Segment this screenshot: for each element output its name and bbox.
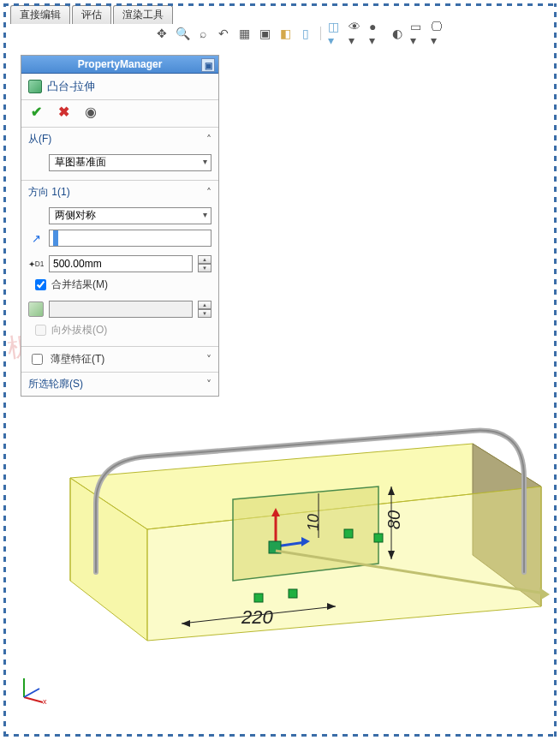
pin-icon[interactable]: ▣ — [201, 58, 215, 72]
from-title: 从(F) — [28, 132, 51, 146]
draft-outward-checkbox: 向外拔模(O) — [28, 323, 211, 337]
depth-icon: ✦D1 — [28, 256, 44, 272]
toolbar-separator — [320, 27, 321, 40]
section-icon[interactable]: ▦ — [236, 26, 252, 41]
dim-10: 10 — [305, 514, 322, 531]
view-cube-icon[interactable]: ◫ ▾ — [328, 26, 343, 41]
scene-icon[interactable]: ◧ — [277, 26, 293, 41]
from-select[interactable]: 草图基准面 — [49, 154, 211, 171]
extrude-icon — [28, 80, 42, 93]
draft-outward-input — [35, 325, 46, 336]
spin-down-icon: ▼ — [198, 264, 211, 272]
spin-down-icon: ▼ — [198, 309, 211, 318]
dir1-header[interactable]: 方向 1(1) ˄ — [21, 181, 218, 204]
depth-value: 500.00mm — [53, 258, 102, 270]
thin-feature-checkbox[interactable] — [32, 354, 43, 365]
view-settings-icon[interactable]: 🖵 ▾ — [431, 26, 446, 41]
appearance-icon[interactable]: ● ▾ — [369, 26, 384, 41]
dim-220: 220 — [241, 606, 273, 628]
reverse-direction-icon[interactable]: ↗ — [28, 230, 44, 246]
direction-vector-input[interactable] — [49, 230, 211, 247]
pm-section-from: 从(F) ˄ 草图基准面 — [21, 128, 218, 181]
chevron-down-icon: ˅ — [206, 354, 211, 366]
svg-line-25 — [24, 697, 43, 702]
pm-header: PropertyManager ▣ — [21, 56, 218, 74]
contours-header[interactable]: 所选轮廓(S) ˅ — [21, 373, 218, 396]
svg-marker-5 — [233, 486, 378, 581]
thin-title: 薄壁特征(T) — [51, 352, 104, 367]
spin-up-icon: ▲ — [198, 255, 211, 264]
depth-input[interactable]: 500.00mm — [49, 255, 193, 272]
svg-line-26 — [24, 689, 39, 697]
tab-render-tools[interactable]: 渲染工具 — [113, 5, 173, 24]
draft-angle-input[interactable] — [49, 301, 193, 318]
pm-section-thin: 薄壁特征(T) ˅ — [21, 347, 218, 373]
depth-spinner[interactable]: ▲ ▼ — [198, 255, 211, 272]
svg-rect-20 — [254, 594, 263, 602]
svg-marker-23 — [539, 588, 550, 600]
draft-outward-label: 向外拔模(O) — [51, 323, 107, 337]
svg-rect-19 — [374, 534, 383, 542]
draft-icon[interactable] — [28, 301, 44, 317]
merge-result-checkbox[interactable]: 合并结果(M) — [28, 278, 211, 292]
svg-rect-21 — [289, 589, 297, 598]
svg-rect-18 — [344, 529, 353, 538]
pm-actions: ✔ ✖ ◉ — [21, 100, 218, 128]
edit-appearance-icon[interactable]: ◐ — [390, 26, 405, 41]
prev-view-icon[interactable]: ↶ — [216, 26, 231, 41]
tab-evaluate[interactable]: 评估 — [72, 5, 111, 24]
cancel-button[interactable]: ✖ — [56, 104, 71, 120]
svg-text:x: x — [43, 697, 47, 704]
ribbon-tabs: 直接编辑 评估 渲染工具 — [10, 5, 173, 24]
view-triad: x — [17, 670, 51, 704]
dir1-title: 方向 1(1) — [28, 185, 70, 200]
chevron-up-icon: ˄ — [206, 187, 211, 199]
display-style-icon[interactable]: ▣ — [257, 26, 272, 41]
contours-title: 所选轮廓(S) — [28, 377, 83, 391]
preview-icon[interactable]: ◉ — [83, 104, 98, 120]
orient-icon[interactable]: ✥ — [154, 26, 170, 41]
end-condition-select[interactable]: 两侧对称 — [49, 207, 211, 224]
view-toolbar: ✥ 🔍 ⌕ ↶ ▦ ▣ ◧ ▯ ◫ ▾ 👁 ▾ ● ▾ ◐ ▭ ▾ 🖵 ▾ — [154, 26, 446, 41]
pm-section-contours: 所选轮廓(S) ˅ — [21, 373, 218, 396]
draft-spinner[interactable]: ▲ ▼ — [198, 301, 211, 318]
thin-header[interactable]: 薄壁特征(T) ˅ — [21, 347, 218, 372]
merge-checkbox-input[interactable] — [35, 279, 46, 290]
pm-title: PropertyManager — [78, 58, 163, 70]
hide-show-icon[interactable]: 👁 ▾ — [349, 26, 364, 41]
chevron-up-icon: ˄ — [206, 134, 211, 146]
pm-feature-row: 凸台-拉伸 — [21, 74, 218, 100]
merge-label: 合并结果(M) — [51, 278, 108, 292]
from-value: 草图基准面 — [55, 156, 106, 168]
zoom-fit-icon[interactable]: 🔍 — [175, 26, 190, 41]
property-manager-panel: PropertyManager ▣ 凸台-拉伸 ✔ ✖ ◉ 从(F) ˄ 草图基… — [21, 55, 219, 397]
pm-section-dir1: 方向 1(1) ˄ 两侧对称 ↗ ✦D1 500.00mm ▲ — [21, 181, 218, 347]
from-header[interactable]: 从(F) ˄ — [21, 128, 218, 151]
ok-button[interactable]: ✔ — [28, 104, 44, 120]
chevron-down-icon: ˅ — [206, 379, 211, 391]
perspective-icon[interactable]: ▯ — [298, 26, 313, 41]
pm-feature-label: 凸台-拉伸 — [47, 79, 95, 94]
spin-up-icon: ▲ — [198, 301, 211, 309]
end-condition-value: 两侧对称 — [55, 209, 96, 221]
dim-80: 80 — [384, 510, 403, 529]
zoom-area-icon[interactable]: ⌕ — [195, 26, 211, 41]
apply-scene-icon[interactable]: ▭ ▾ — [410, 26, 426, 41]
tab-direct-edit[interactable]: 直接编辑 — [10, 5, 70, 24]
